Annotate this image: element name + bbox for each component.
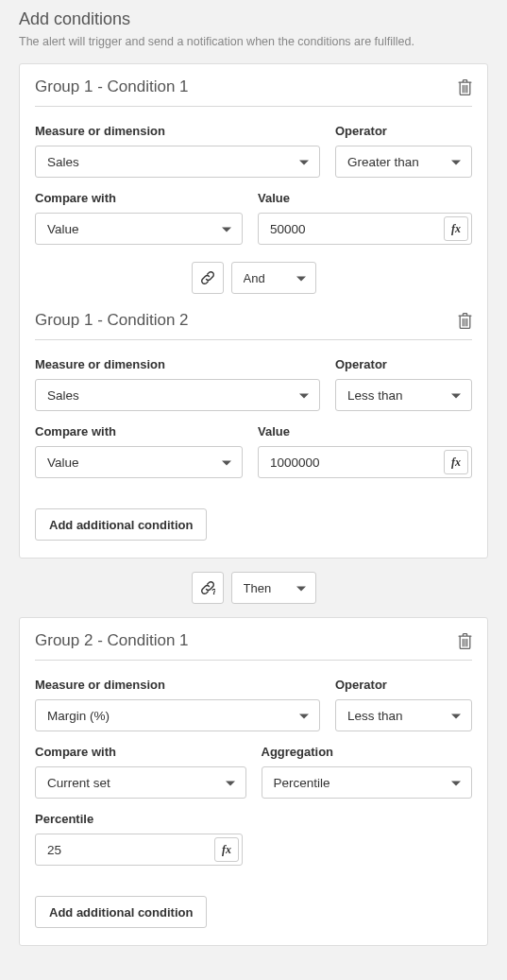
measure-select[interactable]: Sales xyxy=(35,146,320,178)
value-input[interactable] xyxy=(258,213,472,245)
trash-icon xyxy=(458,633,472,649)
operator-label: Operator xyxy=(335,124,472,138)
percentile-label: Percentile xyxy=(35,812,243,826)
compare-label: Compare with xyxy=(35,424,243,438)
delete-condition-button[interactable] xyxy=(458,79,472,95)
condition-title: Group 1 - Condition 2 xyxy=(35,311,189,330)
percentile-input[interactable] xyxy=(35,834,243,866)
condition-header: Group 2 - Condition 1 xyxy=(35,631,472,661)
value-label: Value xyxy=(258,424,472,438)
inner-connector-row: And xyxy=(35,262,472,294)
fx-button[interactable]: fx xyxy=(444,216,468,241)
operator-select[interactable]: Greater than xyxy=(335,146,472,178)
fx-button[interactable]: fx xyxy=(214,837,239,862)
condition-title: Group 2 - Condition 1 xyxy=(35,631,189,650)
condition-header: Group 1 - Condition 1 xyxy=(35,77,472,107)
inner-connector-select[interactable]: And xyxy=(231,262,316,294)
condition-header: Group 1 - Condition 2 xyxy=(35,311,472,340)
aggregation-select[interactable]: Percentile xyxy=(262,766,473,799)
measure-select[interactable]: Sales xyxy=(35,379,320,411)
value-label: Value xyxy=(258,191,472,205)
unlink-icon: ? xyxy=(192,572,224,604)
trash-icon xyxy=(458,79,472,95)
delete-condition-button[interactable] xyxy=(458,633,472,649)
group-1-card: Group 1 - Condition 1 Measure or dimensi… xyxy=(19,63,488,559)
outer-connector-row: ? Then xyxy=(19,572,488,604)
svg-text:?: ? xyxy=(211,587,215,595)
page-title: Add conditions xyxy=(19,9,488,29)
fx-button[interactable]: fx xyxy=(444,450,468,474)
operator-label: Operator xyxy=(335,357,472,371)
page-subtitle: The alert will trigger and send a notifi… xyxy=(19,35,488,48)
measure-select[interactable]: Margin (%) xyxy=(35,699,320,731)
delete-condition-button[interactable] xyxy=(458,313,472,329)
trash-icon xyxy=(458,313,472,329)
add-condition-button[interactable]: Add additional condition xyxy=(35,508,207,541)
compare-select[interactable]: Current set xyxy=(35,766,246,799)
link-icon xyxy=(192,262,224,294)
condition-title: Group 1 - Condition 1 xyxy=(35,77,189,96)
measure-label: Measure or dimension xyxy=(35,357,320,371)
group-2-card: Group 2 - Condition 1 Measure or dimensi… xyxy=(19,617,488,946)
value-input[interactable] xyxy=(258,446,472,478)
compare-select[interactable]: Value xyxy=(35,446,243,478)
compare-select[interactable]: Value xyxy=(35,213,243,245)
aggregation-label: Aggregation xyxy=(262,745,473,759)
measure-label: Measure or dimension xyxy=(35,678,320,692)
measure-label: Measure or dimension xyxy=(35,124,320,138)
operator-label: Operator xyxy=(335,678,472,692)
add-condition-button[interactable]: Add additional condition xyxy=(35,896,207,928)
operator-select[interactable]: Less than xyxy=(335,699,472,731)
outer-connector-select[interactable]: Then xyxy=(231,572,316,604)
compare-label: Compare with xyxy=(35,191,243,205)
compare-label: Compare with xyxy=(35,745,246,759)
operator-select[interactable]: Less than xyxy=(335,379,472,411)
